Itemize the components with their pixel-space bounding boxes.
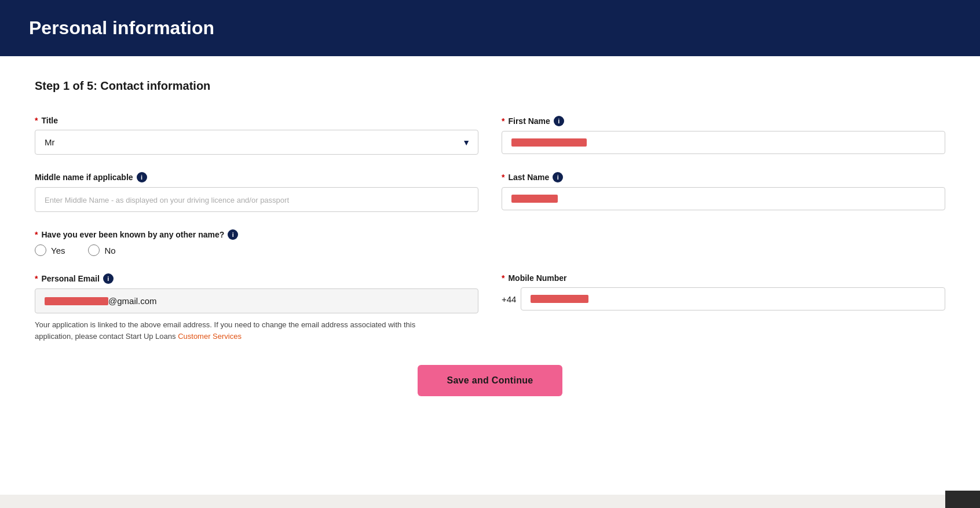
page-title: Personal information bbox=[29, 17, 951, 39]
firstname-required-star: * bbox=[502, 116, 504, 126]
other-name-yes-label: Yes bbox=[51, 246, 65, 255]
first-name-redacted bbox=[511, 138, 587, 147]
page-content: Step 1 of 5: Contact information * Title… bbox=[0, 56, 980, 495]
email-redacted bbox=[45, 297, 108, 305]
last-name-input-wrapper[interactable] bbox=[502, 187, 945, 210]
middle-name-label: Middle name if applicable i bbox=[35, 172, 478, 182]
email-note: Your application is linked to the above … bbox=[35, 319, 440, 342]
other-name-no-label: No bbox=[104, 246, 115, 255]
othername-required-star: * bbox=[35, 230, 38, 239]
title-label: * Title bbox=[35, 116, 478, 125]
row-title-firstname: * Title Mr Mrs Miss Ms Dr Prof ▼ * First… bbox=[35, 116, 945, 155]
save-continue-button[interactable]: Save and Continue bbox=[418, 365, 562, 396]
email-label: * Personal Email i bbox=[35, 273, 478, 284]
customer-services-link[interactable]: Customer Services bbox=[178, 332, 242, 341]
other-name-radio-group: Yes No bbox=[35, 244, 945, 256]
step-title: Step 1 of 5: Contact information bbox=[35, 79, 945, 93]
first-name-info-icon[interactable]: i bbox=[554, 116, 564, 126]
mobile-redacted bbox=[531, 295, 588, 303]
email-mobile-row: * Personal Email i @gmail.com * Mobile N… bbox=[35, 273, 945, 313]
first-name-label: * First Name i bbox=[502, 116, 945, 126]
last-name-label: * Last Name i bbox=[502, 172, 945, 182]
mobile-required-star: * bbox=[502, 273, 504, 283]
last-name-redacted bbox=[511, 195, 558, 203]
title-select[interactable]: Mr Mrs Miss Ms Dr Prof bbox=[35, 130, 478, 155]
mobile-label: * Mobile Number bbox=[502, 273, 945, 283]
email-group: * Personal Email i @gmail.com bbox=[35, 273, 478, 313]
email-suffix: @gmail.com bbox=[108, 296, 157, 306]
title-select-wrapper: Mr Mrs Miss Ms Dr Prof ▼ bbox=[35, 130, 478, 155]
other-name-label: * Have you ever been known by any other … bbox=[35, 229, 945, 240]
other-name-yes-option[interactable]: Yes bbox=[35, 244, 65, 256]
email-required-star: * bbox=[35, 274, 38, 283]
title-group: * Title Mr Mrs Miss Ms Dr Prof ▼ bbox=[35, 116, 478, 155]
other-name-info-icon[interactable]: i bbox=[228, 229, 238, 240]
mobile-group: * Mobile Number +44 bbox=[502, 273, 945, 313]
bottom-bar bbox=[945, 491, 980, 508]
email-input-wrapper[interactable]: @gmail.com bbox=[35, 288, 478, 313]
email-info-icon[interactable]: i bbox=[103, 273, 114, 284]
lastname-required-star: * bbox=[502, 173, 504, 182]
row-middlename-lastname: Middle name if applicable i * Last Name … bbox=[35, 172, 945, 212]
middle-name-info-icon[interactable]: i bbox=[137, 172, 147, 182]
other-name-no-option[interactable]: No bbox=[88, 244, 115, 256]
mobile-number-input[interactable] bbox=[521, 287, 945, 310]
title-required-star: * bbox=[35, 116, 38, 125]
page-header: Personal information bbox=[0, 0, 980, 56]
first-name-input-wrapper[interactable] bbox=[502, 131, 945, 154]
mobile-input-wrapper: +44 bbox=[502, 287, 945, 310]
country-code: +44 bbox=[502, 294, 516, 304]
last-name-group: * Last Name i bbox=[502, 172, 945, 212]
last-name-info-icon[interactable]: i bbox=[553, 172, 563, 182]
first-name-group: * First Name i bbox=[502, 116, 945, 155]
middle-name-group: Middle name if applicable i bbox=[35, 172, 478, 212]
other-name-no-radio[interactable] bbox=[88, 244, 100, 256]
other-name-group: * Have you ever been known by any other … bbox=[35, 229, 945, 256]
middle-name-input[interactable] bbox=[35, 187, 478, 212]
other-name-yes-radio[interactable] bbox=[35, 244, 46, 256]
